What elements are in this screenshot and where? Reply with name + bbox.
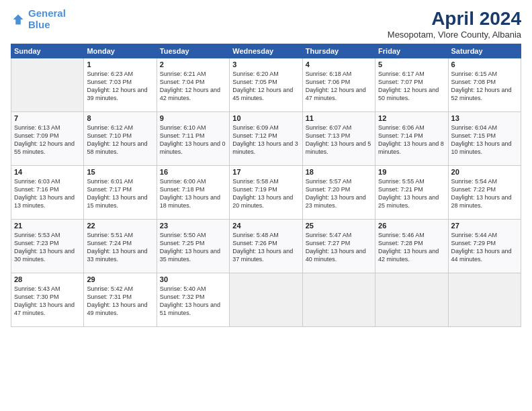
day-number: 9 bbox=[160, 114, 226, 122]
calendar-cell: 15Sunrise: 6:01 AMSunset: 7:17 PMDayligh… bbox=[84, 166, 157, 220]
logo-text: General Blue bbox=[28, 8, 66, 30]
calendar-cell: 16Sunrise: 6:00 AMSunset: 7:18 PMDayligh… bbox=[157, 166, 229, 220]
cell-info: Sunrise: 5:54 AMSunset: 7:22 PMDaylight:… bbox=[451, 177, 518, 210]
week-row-2: 14Sunrise: 6:03 AMSunset: 7:16 PMDayligh… bbox=[11, 166, 521, 220]
calendar-cell: 27Sunrise: 5:44 AMSunset: 7:29 PMDayligh… bbox=[448, 220, 521, 273]
calendar-cell: 1Sunrise: 6:23 AMSunset: 7:03 PMDaylight… bbox=[84, 58, 157, 112]
day-number: 23 bbox=[160, 222, 226, 230]
calendar-cell: 3Sunrise: 6:20 AMSunset: 7:05 PMDaylight… bbox=[230, 58, 302, 112]
calendar-cell bbox=[375, 273, 448, 327]
week-row-3: 21Sunrise: 5:53 AMSunset: 7:23 PMDayligh… bbox=[11, 220, 521, 273]
calendar-cell: 14Sunrise: 6:03 AMSunset: 7:16 PMDayligh… bbox=[11, 166, 84, 220]
calendar-cell: 21Sunrise: 5:53 AMSunset: 7:23 PMDayligh… bbox=[11, 220, 84, 273]
cell-info: Sunrise: 5:51 AMSunset: 7:24 PMDaylight:… bbox=[87, 231, 153, 264]
logo: General Blue bbox=[11, 8, 66, 30]
week-row-1: 7Sunrise: 6:13 AMSunset: 7:09 PMDaylight… bbox=[11, 112, 521, 166]
cell-info: Sunrise: 6:13 AMSunset: 7:09 PMDaylight:… bbox=[14, 124, 81, 156]
calendar-cell: 11Sunrise: 6:07 AMSunset: 7:13 PMDayligh… bbox=[302, 112, 375, 166]
cell-info: Sunrise: 6:12 AMSunset: 7:10 PMDaylight:… bbox=[87, 124, 153, 156]
calendar-table: SundayMondayTuesdayWednesdayThursdayFrid… bbox=[11, 44, 521, 327]
day-number: 3 bbox=[232, 60, 299, 68]
calendar-cell: 30Sunrise: 5:40 AMSunset: 7:32 PMDayligh… bbox=[157, 273, 229, 327]
cell-info: Sunrise: 6:03 AMSunset: 7:16 PMDaylight:… bbox=[14, 177, 81, 210]
day-number: 21 bbox=[14, 222, 81, 230]
cell-info: Sunrise: 5:47 AMSunset: 7:27 PMDaylight:… bbox=[306, 231, 372, 264]
calendar-cell: 17Sunrise: 5:58 AMSunset: 7:19 PMDayligh… bbox=[230, 166, 302, 220]
header-cell-thursday: Thursday bbox=[302, 44, 375, 58]
cell-info: Sunrise: 6:23 AMSunset: 7:03 PMDaylight:… bbox=[87, 70, 153, 103]
calendar-cell: 9Sunrise: 6:10 AMSunset: 7:11 PMDaylight… bbox=[157, 112, 229, 166]
calendar-cell: 22Sunrise: 5:51 AMSunset: 7:24 PMDayligh… bbox=[84, 220, 157, 273]
cell-info: Sunrise: 6:10 AMSunset: 7:11 PMDaylight:… bbox=[160, 124, 226, 156]
cell-info: Sunrise: 6:01 AMSunset: 7:17 PMDaylight:… bbox=[87, 177, 153, 210]
calendar-cell: 26Sunrise: 5:46 AMSunset: 7:28 PMDayligh… bbox=[375, 220, 448, 273]
day-number: 11 bbox=[306, 114, 372, 122]
cell-info: Sunrise: 6:04 AMSunset: 7:15 PMDaylight:… bbox=[451, 124, 518, 156]
header-cell-sunday: Sunday bbox=[11, 44, 84, 58]
calendar-cell: 10Sunrise: 6:09 AMSunset: 7:12 PMDayligh… bbox=[230, 112, 302, 166]
cell-info: Sunrise: 5:42 AMSunset: 7:31 PMDaylight:… bbox=[87, 285, 153, 318]
location-title: Mesopotam, Vlore County, Albania bbox=[388, 30, 521, 40]
day-number: 15 bbox=[87, 168, 153, 176]
calendar-cell: 4Sunrise: 6:18 AMSunset: 7:06 PMDaylight… bbox=[302, 58, 375, 112]
day-number: 26 bbox=[378, 222, 445, 230]
cell-info: Sunrise: 6:20 AMSunset: 7:05 PMDaylight:… bbox=[232, 70, 299, 103]
calendar-cell: 19Sunrise: 5:55 AMSunset: 7:21 PMDayligh… bbox=[375, 166, 448, 220]
header: General Blue April 2024 Mesopotam, Vlore… bbox=[11, 8, 521, 40]
day-number: 20 bbox=[451, 168, 518, 176]
week-row-0: 1Sunrise: 6:23 AMSunset: 7:03 PMDaylight… bbox=[11, 58, 521, 112]
cell-info: Sunrise: 6:09 AMSunset: 7:12 PMDaylight:… bbox=[232, 124, 299, 156]
title-block: April 2024 Mesopotam, Vlore County, Alba… bbox=[388, 8, 521, 40]
cell-info: Sunrise: 5:57 AMSunset: 7:20 PMDaylight:… bbox=[306, 177, 372, 210]
cell-info: Sunrise: 5:48 AMSunset: 7:26 PMDaylight:… bbox=[232, 231, 299, 264]
day-number: 16 bbox=[160, 168, 226, 176]
calendar-cell: 25Sunrise: 5:47 AMSunset: 7:27 PMDayligh… bbox=[302, 220, 375, 273]
header-cell-monday: Monday bbox=[84, 44, 157, 58]
day-number: 6 bbox=[451, 60, 518, 68]
day-number: 18 bbox=[306, 168, 372, 176]
day-number: 10 bbox=[232, 114, 299, 122]
day-number: 5 bbox=[378, 60, 445, 68]
day-number: 4 bbox=[306, 60, 372, 68]
calendar-cell: 8Sunrise: 6:12 AMSunset: 7:10 PMDaylight… bbox=[84, 112, 157, 166]
cell-info: Sunrise: 5:43 AMSunset: 7:30 PMDaylight:… bbox=[14, 285, 81, 318]
calendar-cell: 29Sunrise: 5:42 AMSunset: 7:31 PMDayligh… bbox=[84, 273, 157, 327]
calendar-cell: 2Sunrise: 6:21 AMSunset: 7:04 PMDaylight… bbox=[157, 58, 229, 112]
cell-info: Sunrise: 5:53 AMSunset: 7:23 PMDaylight:… bbox=[14, 231, 81, 264]
day-number: 24 bbox=[232, 222, 299, 230]
cell-info: Sunrise: 5:58 AMSunset: 7:19 PMDaylight:… bbox=[232, 177, 299, 210]
day-number: 19 bbox=[378, 168, 445, 176]
day-number: 8 bbox=[87, 114, 153, 122]
svg-marker-0 bbox=[13, 14, 24, 24]
cell-info: Sunrise: 5:44 AMSunset: 7:29 PMDaylight:… bbox=[451, 231, 518, 264]
calendar-cell: 5Sunrise: 6:17 AMSunset: 7:07 PMDaylight… bbox=[375, 58, 448, 112]
header-cell-friday: Friday bbox=[375, 44, 448, 58]
calendar-cell: 6Sunrise: 6:15 AMSunset: 7:08 PMDaylight… bbox=[448, 58, 521, 112]
day-number: 14 bbox=[14, 168, 81, 176]
calendar-cell: 12Sunrise: 6:06 AMSunset: 7:14 PMDayligh… bbox=[375, 112, 448, 166]
day-number: 12 bbox=[378, 114, 445, 122]
day-number: 25 bbox=[306, 222, 372, 230]
header-cell-saturday: Saturday bbox=[448, 44, 521, 58]
cell-info: Sunrise: 6:00 AMSunset: 7:18 PMDaylight:… bbox=[160, 177, 226, 210]
cell-info: Sunrise: 6:15 AMSunset: 7:08 PMDaylight:… bbox=[451, 70, 518, 103]
header-cell-wednesday: Wednesday bbox=[230, 44, 302, 58]
day-number: 29 bbox=[87, 275, 153, 283]
calendar-cell: 18Sunrise: 5:57 AMSunset: 7:20 PMDayligh… bbox=[302, 166, 375, 220]
logo-blue: Blue bbox=[28, 19, 50, 30]
calendar-cell: 28Sunrise: 5:43 AMSunset: 7:30 PMDayligh… bbox=[11, 273, 84, 327]
cell-info: Sunrise: 6:21 AMSunset: 7:04 PMDaylight:… bbox=[160, 70, 226, 103]
day-number: 2 bbox=[160, 60, 226, 68]
calendar-cell bbox=[11, 58, 84, 112]
cell-info: Sunrise: 5:50 AMSunset: 7:25 PMDaylight:… bbox=[160, 231, 226, 264]
day-number: 7 bbox=[14, 114, 81, 122]
cell-info: Sunrise: 6:07 AMSunset: 7:13 PMDaylight:… bbox=[306, 124, 372, 156]
calendar-cell: 24Sunrise: 5:48 AMSunset: 7:26 PMDayligh… bbox=[230, 220, 302, 273]
cell-info: Sunrise: 6:17 AMSunset: 7:07 PMDaylight:… bbox=[378, 70, 445, 103]
day-number: 30 bbox=[160, 275, 226, 283]
cell-info: Sunrise: 6:18 AMSunset: 7:06 PMDaylight:… bbox=[306, 70, 372, 103]
cell-info: Sunrise: 6:06 AMSunset: 7:14 PMDaylight:… bbox=[378, 124, 445, 156]
calendar-cell bbox=[230, 273, 302, 327]
calendar-cell bbox=[448, 273, 521, 327]
day-number: 28 bbox=[14, 275, 81, 283]
